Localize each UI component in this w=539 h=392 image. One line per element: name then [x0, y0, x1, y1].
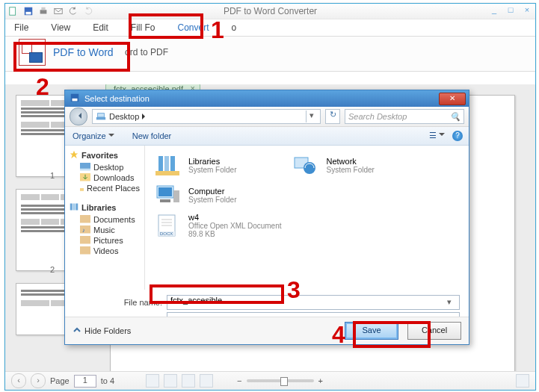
pdf-to-word-button[interactable]: PDF to Word [19, 39, 114, 66]
svg-rect-3 [40, 10, 47, 13]
tree-item-downloads[interactable]: Downloads [65, 172, 144, 183]
menu-convert[interactable]: Convert [178, 22, 209, 33]
svg-rect-11 [80, 169, 90, 171]
file-item-network[interactable]: Network System Folder [290, 150, 375, 180]
svg-rect-16 [76, 204, 78, 211]
undo-icon[interactable] [68, 6, 78, 16]
svg-rect-24 [164, 156, 169, 171]
callout-1: 1 [211, 16, 224, 44]
tree-item-music[interactable]: ♪ Music [65, 225, 144, 235]
menu-edit[interactable]: Edit [93, 22, 108, 33]
quick-mail-icon[interactable] [53, 6, 64, 16]
svg-rect-7 [73, 99, 78, 102]
svg-rect-13 [80, 188, 84, 191]
svg-rect-9 [98, 113, 105, 117]
svg-text:♪: ♪ [82, 227, 85, 234]
menu-extra[interactable]: o [232, 22, 237, 33]
dialog-title: Select destination [84, 94, 150, 103]
dialog-body: Favorites Desktop Downloads Recent Place… [65, 146, 469, 290]
pictures-icon [80, 236, 90, 245]
nav-search-input[interactable]: Search Desktop 🔍 [345, 109, 464, 124]
quick-print-icon[interactable] [38, 6, 49, 16]
tree-item-pictures[interactable]: Pictures [65, 235, 144, 246]
dialog-icon [70, 93, 80, 105]
view-mode-3-icon[interactable] [182, 374, 195, 388]
cancel-button[interactable]: Cancel [407, 322, 461, 340]
filename-dropdown-icon[interactable]: ▾ [447, 297, 458, 308]
quick-save-icon[interactable] [23, 6, 34, 16]
star-icon [70, 150, 78, 161]
downloads-icon [80, 173, 90, 182]
tree-item-recent[interactable]: Recent Places [65, 183, 144, 193]
zoom-out-icon[interactable]: − [237, 376, 241, 385]
zoom-in-icon[interactable]: + [318, 376, 323, 385]
menu-view[interactable]: View [51, 22, 70, 33]
libraries-big-icon [154, 153, 181, 177]
view-mode-1-icon[interactable] [146, 374, 159, 388]
file-item-w4[interactable]: DOCX w4 Office Open XML Document 89.8 KB [153, 210, 283, 241]
callout-2: 2 [36, 73, 49, 101]
minimize-button[interactable]: _ [489, 5, 499, 14]
save-button[interactable]: Save [345, 322, 398, 340]
page-prev-button[interactable]: ‹ [11, 373, 26, 388]
svg-rect-2 [26, 12, 31, 15]
svg-rect-17 [80, 215, 90, 223]
svg-rect-23 [158, 156, 163, 171]
callout-3: 3 [287, 276, 301, 304]
nav-back-button[interactable] [70, 108, 87, 125]
redo-icon[interactable] [83, 6, 93, 16]
dialog-file-list: Libraries System Folder Network System F… [145, 146, 469, 290]
breadcrumb-arrow-icon [142, 113, 148, 119]
svg-rect-31 [173, 190, 179, 202]
save-dialog: Select destination ✕ Desktop ▾ ↻ Search … [64, 90, 469, 345]
desktop-icon [80, 163, 90, 172]
organize-button[interactable]: Organize [73, 131, 114, 140]
svg-rect-15 [73, 204, 76, 211]
fullscreen-icon[interactable] [516, 374, 529, 388]
dialog-tree: Favorites Desktop Downloads Recent Place… [65, 146, 145, 290]
nav-path[interactable]: Desktop ▾ [92, 109, 321, 124]
help-icon[interactable]: ? [452, 131, 463, 141]
ribbon: PDF to Word ord to PDF [5, 37, 535, 72]
svg-rect-25 [170, 156, 175, 171]
filename-label: File name: [102, 298, 162, 307]
zoom-slider[interactable] [247, 379, 314, 382]
computer-big-icon [154, 183, 181, 207]
tree-libraries-header[interactable]: Libraries [65, 201, 144, 214]
app-titlebar: PDF to Word Converter _ □ × [5, 4, 535, 19]
view-options-icon[interactable]: ☰ [429, 131, 445, 141]
nav-refresh-button[interactable]: ↻ [325, 109, 340, 124]
dialog-close-button[interactable]: ✕ [439, 93, 466, 105]
menu-file[interactable]: File [14, 22, 28, 33]
tree-item-documents[interactable]: Documents [65, 214, 144, 225]
filename-value: fctx_accesible [170, 296, 222, 305]
svg-rect-4 [41, 7, 45, 10]
file-item-computer[interactable]: Computer System Folder [153, 180, 238, 210]
tree-item-desktop[interactable]: Desktop [65, 162, 144, 172]
page-input[interactable]: 1 [74, 375, 96, 388]
tree-item-videos[interactable]: Videos [65, 246, 144, 256]
view-mode-2-icon[interactable] [164, 374, 177, 388]
close-button[interactable]: × [522, 5, 532, 14]
filename-input[interactable]: fctx_accesible ▾ [167, 295, 460, 310]
dialog-titlebar: Select destination ✕ [65, 90, 469, 107]
svg-rect-8 [96, 117, 105, 120]
tree-favorites-header[interactable]: Favorites [65, 149, 144, 162]
svg-rect-14 [70, 204, 73, 211]
hide-folders-button[interactable]: Hide Folders [73, 326, 131, 336]
page-next-button[interactable]: › [31, 373, 46, 388]
path-dropdown-icon[interactable]: ▾ [306, 111, 317, 122]
chevron-up-icon [73, 326, 81, 336]
file-item-libraries[interactable]: Libraries System Folder [153, 150, 238, 180]
view-mode-4-icon[interactable] [200, 374, 213, 388]
maximize-button[interactable]: □ [505, 5, 516, 14]
svg-rect-30 [160, 199, 170, 202]
pdf-to-word-icon [19, 39, 46, 66]
search-placeholder: Search Desktop [348, 112, 407, 121]
new-folder-button[interactable]: New folder [132, 131, 172, 140]
menu-fill-forms[interactable]: Fill Fo [131, 22, 155, 33]
documents-icon [80, 215, 90, 224]
dialog-nav: Desktop ▾ ↻ Search Desktop 🔍 [65, 107, 469, 127]
quick-new-icon[interactable] [8, 6, 19, 16]
docx-big-icon: DOCX [154, 214, 181, 237]
